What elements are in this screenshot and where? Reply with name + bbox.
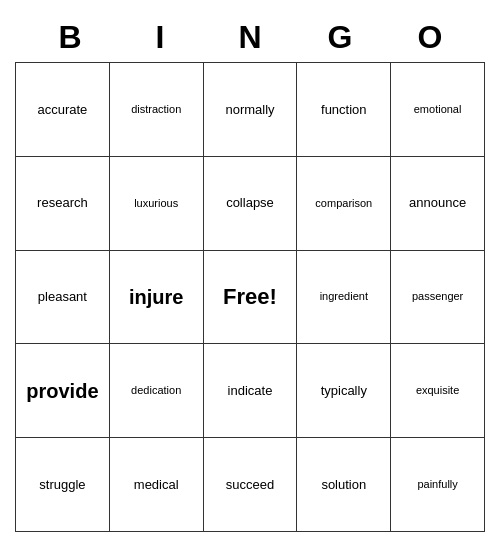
header-letter-i: I [116, 19, 204, 56]
header-letter-n: N [206, 19, 294, 56]
bingo-header: BINGO [15, 12, 485, 62]
cell-r1-c1: luxurious [110, 157, 204, 251]
cell-r1-c2: collapse [204, 157, 298, 251]
cell-r3-c4: exquisite [391, 344, 485, 438]
cell-r2-c3: ingredient [297, 251, 391, 345]
cell-r3-c2: indicate [204, 344, 298, 438]
cell-r1-c4: announce [391, 157, 485, 251]
cell-r0-c3: function [297, 63, 391, 157]
cell-r4-c4: painfully [391, 438, 485, 532]
cell-r4-c2: succeed [204, 438, 298, 532]
cell-r0-c1: distraction [110, 63, 204, 157]
cell-r1-c3: comparison [297, 157, 391, 251]
cell-r2-c1: injure [110, 251, 204, 345]
cell-r2-c0: pleasant [16, 251, 110, 345]
header-letter-b: B [26, 19, 114, 56]
cell-r0-c2: normally [204, 63, 298, 157]
cell-r0-c0: accurate [16, 63, 110, 157]
cell-r4-c0: struggle [16, 438, 110, 532]
cell-r3-c1: dedication [110, 344, 204, 438]
cell-r0-c4: emotional [391, 63, 485, 157]
cell-r4-c1: medical [110, 438, 204, 532]
cell-r2-c2: Free! [204, 251, 298, 345]
header-letter-o: O [386, 19, 474, 56]
cell-r4-c3: solution [297, 438, 391, 532]
cell-r1-c0: research [16, 157, 110, 251]
bingo-grid: accuratedistractionnormallyfunctionemoti… [15, 62, 485, 532]
cell-r3-c3: typically [297, 344, 391, 438]
cell-r2-c4: passenger [391, 251, 485, 345]
cell-r3-c0: provide [16, 344, 110, 438]
bingo-card: BINGO accuratedistractionnormallyfunctio… [15, 12, 485, 532]
header-letter-g: G [296, 19, 384, 56]
